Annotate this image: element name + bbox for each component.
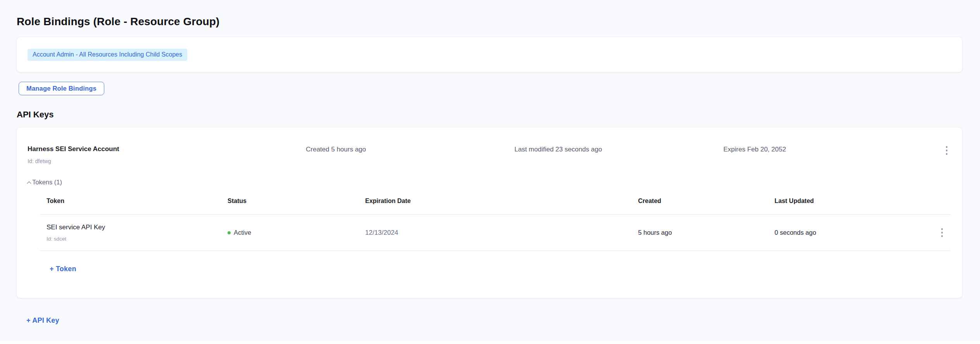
token-row: SEI service API Key Id: sdcet Active 12/… [40, 215, 951, 251]
api-key-name-block: Harness SEI Service Account Id: dfetwg [28, 145, 306, 164]
api-key-last-modified: Last modified 23 seconds ago [514, 145, 723, 153]
add-api-key-button[interactable]: + API Key [26, 316, 59, 325]
chevron-up-icon [27, 181, 31, 186]
token-id: Id: sdcet [47, 236, 228, 242]
api-keys-heading: API Keys [17, 110, 962, 120]
bottom-strip [0, 341, 980, 344]
token-created: 5 hours ago [638, 229, 775, 236]
role-binding-chip: Account Admin - All Resources Including … [28, 49, 187, 61]
token-menu-button[interactable] [938, 227, 946, 239]
token-name: SEI service API Key [47, 224, 228, 231]
column-header-token: Token [40, 198, 228, 205]
status-active-dot-icon [228, 231, 231, 234]
kebab-menu-icon [941, 228, 943, 230]
tokens-table-header-row: Token Status Expiration Date Created Las… [40, 198, 951, 215]
page: Role Bindings (Role - Resource Group) Ac… [0, 0, 980, 344]
api-key-expires: Expires Feb 20, 2052 [723, 145, 943, 153]
api-key-id: Id: dfetwg [28, 158, 306, 164]
column-header-last-updated: Last Updated [775, 198, 933, 205]
manage-role-bindings-button[interactable]: Manage Role Bindings [19, 82, 104, 95]
token-status: Active [234, 229, 251, 236]
page-title: Role Bindings (Role - Resource Group) [17, 15, 962, 28]
column-header-expiration-date: Expiration Date [365, 198, 638, 205]
token-status-cell: Active [228, 229, 365, 236]
api-key-name: Harness SEI Service Account [28, 145, 306, 153]
token-last-updated: 0 seconds ago [775, 229, 933, 236]
column-header-created: Created [638, 198, 775, 205]
tokens-toggle-label: Tokens (1) [32, 179, 62, 186]
column-header-status: Status [228, 198, 365, 205]
api-key-created: Created 5 hours ago [306, 145, 514, 153]
api-key-card: Harness SEI Service Account Id: dfetwg C… [17, 127, 962, 298]
token-name-block: SEI service API Key Id: sdcet [40, 224, 228, 242]
role-bindings-card: Account Admin - All Resources Including … [17, 37, 962, 72]
tokens-table: Token Status Expiration Date Created Las… [40, 198, 951, 251]
api-key-summary-row: Harness SEI Service Account Id: dfetwg C… [28, 145, 951, 164]
tokens-toggle[interactable]: Tokens (1) [28, 179, 62, 186]
token-expiration-date: 12/13/2024 [365, 229, 638, 237]
api-key-menu-button[interactable] [943, 144, 951, 157]
add-token-button[interactable]: + Token [50, 265, 76, 273]
kebab-menu-icon [946, 146, 948, 148]
